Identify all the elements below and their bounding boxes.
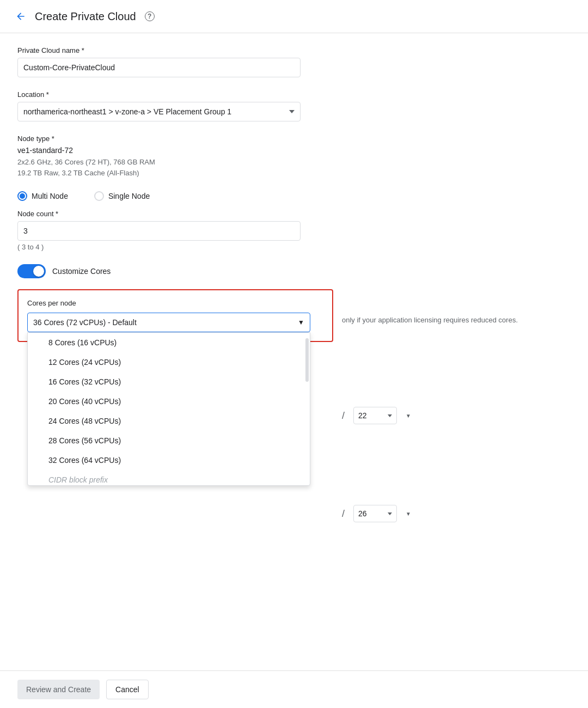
customize-cores-row: Customize Cores: [17, 264, 571, 278]
node-type-desc-line2: 19.2 TB Raw, 3.2 TB Cache (All-Flash): [17, 168, 571, 179]
cores-option-2-label: 12 Cores (24 vCPUs): [48, 358, 121, 367]
multi-node-radio-circle: [17, 191, 27, 201]
cores-option-7-label: 32 Cores (64 vCPUs): [48, 456, 121, 465]
node-type-section: Node type * ve1-standard-72 2x2.6 GHz, 3…: [17, 135, 571, 178]
cidr-suffix-select-2[interactable]: 26: [353, 505, 397, 522]
cidr-placeholder-visible: CIDR block prefix: [48, 475, 108, 484]
help-icon[interactable]: ?: [145, 11, 155, 21]
node-type-name: ve1-standard-72: [17, 146, 571, 155]
location-label: Location *: [17, 90, 571, 99]
cores-option-7[interactable]: 32 Cores (64 vCPUs): [28, 450, 310, 470]
cores-option-2[interactable]: 12 Cores (24 vCPUs): [28, 352, 310, 372]
dropdown-scroll-area: 8 Cores (16 vCPUs) 12 Cores (24 vCPUs) 1…: [28, 333, 310, 485]
cores-option-5-label: 24 Cores (48 vCPUs): [48, 417, 121, 425]
cores-hint-text: only if your application licensing requi…: [342, 315, 518, 324]
cidr-chevron-1: ▼: [406, 413, 411, 419]
page-footer: Review and Create Cancel: [0, 670, 588, 708]
location-select[interactable]: northamerica-northeast1 > v-zone-a > VE …: [17, 102, 301, 121]
private-cloud-name-input[interactable]: [17, 58, 301, 77]
cores-hint-label: only if your application licensing requi…: [342, 316, 518, 324]
cores-option-3-label: 16 Cores (32 vCPUs): [48, 377, 121, 386]
single-node-radio[interactable]: Single Node: [94, 191, 150, 201]
cidr-row-2: / 26 ▼: [342, 505, 518, 522]
cores-dropdown-list: 8 Cores (16 vCPUs) 12 Cores (24 vCPUs) 1…: [27, 332, 310, 486]
back-button[interactable]: [13, 9, 28, 24]
cores-option-6[interactable]: 28 Cores (56 vCPUs): [28, 431, 310, 450]
cidr-suffix-select-1[interactable]: 22: [353, 407, 397, 424]
cores-per-node-box: Cores per node 36 Cores (72 vCPUs) - Def…: [17, 289, 333, 342]
cores-option-5[interactable]: 24 Cores (48 vCPUs): [28, 411, 310, 431]
multi-node-label: Multi Node: [32, 192, 68, 200]
page-title: Create Private Cloud: [35, 10, 136, 23]
node-count-hint: ( 3 to 4 ): [17, 243, 571, 251]
page-header: Create Private Cloud ?: [0, 0, 588, 33]
slash-divider-2: /: [342, 508, 345, 520]
cores-select-button[interactable]: 36 Cores (72 vCPUs) - Default ▼: [27, 313, 310, 332]
private-cloud-name-label: Private Cloud name *: [17, 46, 571, 54]
cores-selected-value: 36 Cores (72 vCPUs) - Default: [33, 318, 137, 327]
dropdown-scrollbar: [305, 333, 309, 485]
cores-option-4-label: 20 Cores (40 vCPUs): [48, 397, 121, 406]
cores-option-3[interactable]: 16 Cores (32 vCPUs): [28, 372, 310, 392]
node-count-label: Node count *: [17, 210, 571, 218]
cancel-button[interactable]: Cancel: [106, 680, 149, 699]
slash-divider-1: /: [342, 410, 345, 422]
cores-option-1[interactable]: 8 Cores (16 vCPUs): [28, 333, 310, 352]
single-node-label: Single Node: [108, 192, 150, 200]
multi-node-radio[interactable]: Multi Node: [17, 191, 68, 201]
cores-option-1-label: 8 Cores (16 vCPUs): [48, 338, 117, 347]
scrollbar-thumb: [305, 338, 309, 382]
customize-cores-label: Customize Cores: [52, 267, 111, 276]
cores-option-6-label: 28 Cores (56 vCPUs): [48, 436, 121, 445]
review-create-button[interactable]: Review and Create: [17, 680, 100, 699]
node-type-desc-line1: 2x2.6 GHz, 36 Cores (72 HT), 768 GB RAM: [17, 157, 571, 168]
node-type-label: Node type *: [17, 135, 571, 143]
node-count-input[interactable]: [17, 221, 301, 241]
node-mode-radio-group: Multi Node Single Node: [17, 191, 571, 201]
customize-cores-toggle[interactable]: [17, 264, 46, 278]
chevron-down-icon: ▼: [298, 319, 304, 326]
private-cloud-name-section: Private Cloud name *: [17, 46, 571, 77]
cidr-chevron-2: ▼: [406, 511, 411, 517]
single-node-radio-circle: [94, 191, 104, 201]
cores-option-4[interactable]: 20 Cores (40 vCPUs): [28, 392, 310, 411]
cidr-row-1: / 22 ▼: [342, 407, 518, 424]
location-section: Location * northamerica-northeast1 > v-z…: [17, 90, 571, 121]
main-content: Private Cloud name * Location * northame…: [0, 33, 588, 670]
cores-select-wrapper: 36 Cores (72 vCPUs) - Default ▼ 8 Cores …: [27, 313, 310, 332]
node-count-section: Node count * ( 3 to 4 ): [17, 210, 571, 251]
cidr-partial-item: CIDR block prefix: [28, 470, 310, 485]
cores-per-node-label: Cores per node: [27, 299, 323, 307]
